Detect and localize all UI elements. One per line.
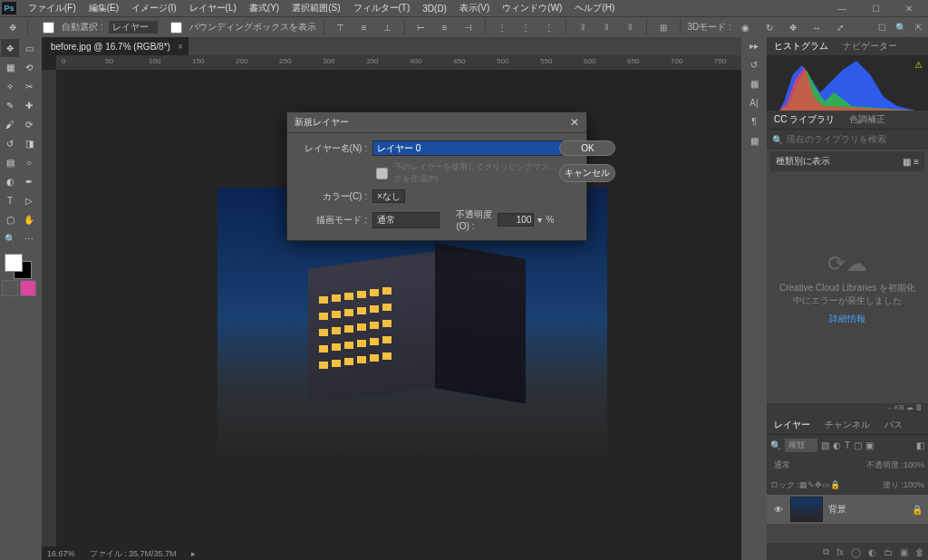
- menu-help[interactable]: ヘルプ(H): [568, 2, 621, 14]
- slide-icon[interactable]: ↔: [807, 23, 826, 33]
- hand-tool[interactable]: ✋: [20, 210, 38, 228]
- list-view-icon[interactable]: ≡: [914, 157, 919, 167]
- layer-name[interactable]: 背景: [828, 503, 846, 516]
- layers-tab[interactable]: レイヤー: [767, 419, 817, 431]
- shape-tool[interactable]: ▢: [1, 210, 19, 228]
- filter-type-icon[interactable]: T: [845, 440, 850, 450]
- align-left-icon[interactable]: ⊢: [412, 23, 430, 33]
- screen-mode-icon[interactable]: ☐: [878, 23, 886, 33]
- menu-image[interactable]: イメージ(I): [125, 2, 182, 14]
- lock-icon[interactable]: 🔒: [912, 505, 923, 515]
- distribute-icon[interactable]: ⫴: [621, 22, 639, 33]
- menu-view[interactable]: 表示(V): [453, 2, 496, 14]
- edit-toolbar[interactable]: ⋯: [20, 229, 38, 247]
- gradient-tool[interactable]: ▤: [1, 153, 19, 171]
- show-bb-checkbox[interactable]: [170, 22, 182, 34]
- search-icon[interactable]: 🔍: [895, 23, 906, 33]
- group-icon[interactable]: 🗀: [884, 547, 893, 557]
- color-swatch[interactable]: [1, 252, 37, 279]
- document-tab[interactable]: before.jpg @ 16.7% (RGB/8*) ×: [42, 37, 188, 55]
- menu-layer[interactable]: レイヤー(L): [183, 2, 243, 14]
- distribute-icon[interactable]: ⋮: [540, 23, 558, 33]
- coloradj-tab[interactable]: 色調補正: [842, 113, 893, 126]
- align-top-icon[interactable]: ⊤: [332, 23, 350, 33]
- color-select[interactable]: ×なし: [372, 189, 405, 203]
- minimize-icon[interactable]: —: [831, 4, 853, 14]
- distribute-icon[interactable]: ⫴: [574, 22, 592, 33]
- new-layer-icon[interactable]: ▣: [900, 547, 908, 557]
- opacity-input[interactable]: [498, 213, 534, 227]
- filter-adjust-icon[interactable]: ◐: [833, 440, 841, 450]
- close-icon[interactable]: ✕: [899, 4, 919, 14]
- paths-tab[interactable]: パス: [877, 419, 910, 431]
- library-search[interactable]: 🔍 現在のライブラリを検索: [767, 130, 928, 150]
- maximize-icon[interactable]: ☐: [865, 4, 886, 14]
- lock-all-icon[interactable]: 🔒: [830, 480, 840, 489]
- actions-icon[interactable]: ▦: [750, 136, 759, 146]
- delete-layer-icon[interactable]: 🗑: [915, 547, 924, 557]
- blend-mode-select[interactable]: 通常: [372, 212, 440, 228]
- menu-select[interactable]: 選択範囲(S): [285, 2, 346, 14]
- ok-button[interactable]: OK: [559, 140, 615, 156]
- distribute-icon[interactable]: ⋮: [493, 23, 511, 33]
- cclib-tab[interactable]: CC ライブラリ: [767, 113, 842, 126]
- lock-position-icon[interactable]: ✥: [815, 480, 822, 489]
- navigator-tab[interactable]: ナビゲーター: [836, 40, 904, 53]
- eraser-tool[interactable]: ◨: [20, 134, 38, 152]
- cloud-icon[interactable]: ☁: [906, 403, 914, 411]
- healing-tool[interactable]: ✚: [20, 96, 38, 114]
- path-tool[interactable]: ▷: [20, 191, 38, 209]
- crop-tool[interactable]: ✂: [20, 77, 38, 95]
- opacity-value[interactable]: 100%: [904, 460, 924, 469]
- brush-tool[interactable]: 🖌: [1, 115, 19, 133]
- layer-filter-kind[interactable]: 種類: [785, 439, 817, 452]
- menu-3d[interactable]: 3D(D): [416, 4, 453, 14]
- type-tool[interactable]: T: [1, 191, 19, 209]
- tab-close-icon[interactable]: ×: [178, 42, 183, 52]
- trash-icon[interactable]: 🗑: [915, 403, 923, 411]
- mask-icon[interactable]: ◯: [851, 547, 861, 557]
- opacity-arrow-icon[interactable]: ▾: [537, 215, 542, 225]
- dodge-tool[interactable]: ◐: [1, 172, 19, 190]
- move-tool[interactable]: ✥: [1, 39, 19, 57]
- auto-select-target[interactable]: レイヤー: [109, 21, 158, 34]
- collapse-icon[interactable]: ▸▸: [749, 41, 759, 51]
- layer-name-input[interactable]: [372, 140, 563, 156]
- menu-file[interactable]: ファイル(F): [22, 2, 82, 14]
- dialog-titlebar[interactable]: 新規レイヤー ✕: [287, 112, 586, 133]
- zoom-tool[interactable]: 🔍: [1, 229, 19, 247]
- histogram-warning-icon[interactable]: ⚠: [914, 60, 923, 70]
- clone-tool[interactable]: ⟳: [20, 115, 38, 133]
- roll-icon[interactable]: ↻: [760, 23, 778, 33]
- menu-window[interactable]: ウィンドウ(W): [496, 2, 568, 14]
- blur-tool[interactable]: ○: [20, 153, 38, 171]
- cancel-button[interactable]: キャンセル: [559, 164, 615, 182]
- artboard-tool[interactable]: ▭: [20, 39, 38, 57]
- auto-select-checkbox[interactable]: [43, 22, 54, 34]
- distribute-icon[interactable]: ⋮: [517, 23, 535, 33]
- history-icon[interactable]: ↺: [750, 60, 758, 70]
- align-bottom-icon[interactable]: ⊥: [379, 23, 397, 33]
- channels-tab[interactable]: チャンネル: [817, 419, 877, 431]
- swatches-icon[interactable]: ▦: [750, 79, 759, 89]
- fill-value[interactable]: 100%: [904, 480, 924, 489]
- quick-mask[interactable]: [1, 280, 37, 296]
- history-brush-tool[interactable]: ↺: [1, 134, 19, 152]
- share-icon[interactable]: ⇱: [915, 23, 923, 33]
- paragraph-icon[interactable]: ¶: [751, 117, 756, 127]
- align-pixels-icon[interactable]: ⊞: [654, 23, 672, 33]
- align-right-icon[interactable]: ⊣: [459, 23, 478, 33]
- cc-info-link[interactable]: 詳細情報: [829, 313, 865, 325]
- adjustment-icon[interactable]: ◐: [868, 547, 876, 557]
- library-filter-select[interactable]: 種類別に表示 ▦ ≡: [770, 151, 924, 171]
- filter-shape-icon[interactable]: ▢: [854, 440, 862, 450]
- blend-mode[interactable]: 通常: [770, 459, 808, 472]
- marquee-tool[interactable]: ▦: [1, 58, 19, 76]
- zoom-icon[interactable]: ⤢: [831, 23, 849, 33]
- lasso-tool[interactable]: ⟲: [20, 58, 38, 76]
- pan-icon[interactable]: ✥: [784, 23, 802, 33]
- lock-artboard-icon[interactable]: ▭: [822, 480, 830, 489]
- eyedropper-tool[interactable]: ✎: [1, 96, 19, 114]
- pen-tool[interactable]: ✒: [20, 172, 38, 190]
- lock-transparent-icon[interactable]: ▦: [799, 480, 807, 489]
